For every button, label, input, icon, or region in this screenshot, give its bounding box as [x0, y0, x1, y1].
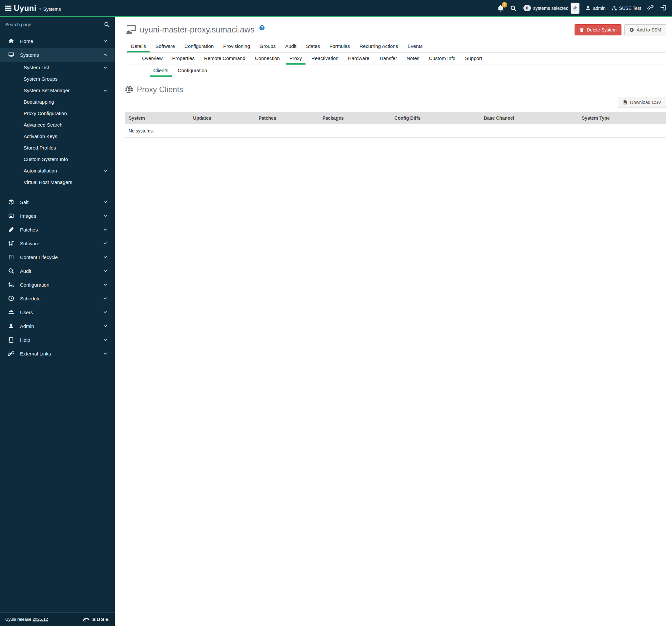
tab-overview[interactable]: Overview — [139, 53, 166, 65]
sidebar-item-activation-keys[interactable]: Activation Keys — [0, 130, 115, 142]
help-question-icon[interactable] — [259, 25, 265, 30]
sidebar-item-stored-profiles[interactable]: Stored Profiles — [0, 142, 115, 153]
sidebar-item-advanced-search[interactable]: Advanced Search — [0, 119, 115, 130]
tab-details[interactable]: Details — [127, 41, 150, 52]
sidebar-item-label: Activation Keys — [24, 133, 107, 139]
eraser-icon — [573, 6, 577, 10]
notification-count-badge: 4 — [502, 2, 507, 7]
sidebar-item-help[interactable]: Help — [0, 333, 115, 347]
user-icon — [585, 6, 591, 11]
sidebar-item-external-links[interactable]: External Links — [0, 347, 115, 360]
sidebar-item-bootstrapping[interactable]: Bootstrapping — [0, 96, 115, 107]
sidebar-item-label: System Set Manager — [24, 87, 103, 93]
chevron-down-icon — [103, 269, 107, 273]
sidebar-item-software[interactable]: Software — [0, 236, 115, 250]
sidebar-item-content-lifecycle[interactable]: Content Lifecycle — [0, 250, 115, 264]
sidebar-item-audit[interactable]: Audit — [0, 264, 115, 278]
menu-toggle-icon[interactable] — [5, 5, 12, 12]
tab-formulas[interactable]: Formulas — [326, 41, 354, 52]
delete-system-label: Delete System — [587, 27, 617, 32]
page-actions: Delete System Add to SSM — [575, 24, 666, 35]
sidebar-item-home[interactable]: Home — [0, 34, 115, 48]
sidebar-item-virtual-host-managers[interactable]: Virtual Host Managers — [0, 176, 115, 188]
column-header-config-diffs[interactable]: Config Diffs — [390, 112, 480, 124]
add-to-ssm-button[interactable]: Add to SSM — [624, 24, 666, 35]
tab-configuration[interactable]: Configuration — [181, 41, 217, 52]
tab-transfer[interactable]: Transfer — [375, 53, 401, 65]
tab-reactivation[interactable]: Reactivation — [308, 53, 342, 65]
column-header-system-type[interactable]: System Type — [578, 112, 666, 124]
notifications-button[interactable]: 4 — [497, 5, 504, 12]
clear-ssm-button[interactable] — [571, 3, 579, 14]
tab-notes[interactable]: Notes — [403, 53, 423, 65]
sidebar-item-label: External Links — [20, 351, 103, 356]
sidebar-item-label: Salt — [20, 199, 103, 205]
ssm-counter-group[interactable]: 0 systems selected — [523, 3, 580, 14]
tab-hardware[interactable]: Hardware — [344, 53, 373, 65]
column-header-updates[interactable]: Updates — [189, 112, 255, 124]
chevron-up-icon — [103, 52, 107, 57]
sidebar-item-label: Stored Profiles — [24, 145, 107, 151]
bandage-icon — [8, 227, 14, 232]
brand-group[interactable]: Uyuni — [5, 4, 37, 13]
tab-properties[interactable]: Properties — [169, 53, 198, 65]
tab-recurring-actions[interactable]: Recurring Actions — [356, 41, 402, 52]
book-icon — [8, 337, 14, 343]
title-group: uyuni-master-proxy.sumaci.aws — [125, 24, 265, 35]
sidebar-item-images[interactable]: Images — [0, 209, 115, 223]
column-header-system[interactable]: System — [125, 112, 189, 124]
sidebar-search-input[interactable] — [5, 22, 104, 27]
breadcrumb[interactable]: Systems — [43, 6, 61, 12]
sidebar-item-configuration[interactable]: Configuration — [0, 278, 115, 292]
download-csv-button[interactable]: Download CSV — [618, 97, 666, 108]
chevron-down-icon — [103, 310, 107, 315]
sidebar-item-label: Custom System Info — [24, 156, 107, 162]
sidebar-item-custom-system-info[interactable]: Custom System Info — [0, 153, 115, 165]
users-icon — [8, 309, 14, 315]
topbar-actions: 4 0 systems selected admin SUSE Test — [497, 3, 667, 14]
tab-custom-info[interactable]: Custom Info — [425, 53, 459, 65]
global-search-button[interactable] — [510, 5, 518, 12]
tab-clients[interactable]: Clients — [150, 65, 172, 77]
user-menu[interactable]: admin — [585, 6, 605, 11]
delete-system-button[interactable]: Delete System — [575, 24, 622, 35]
sidebar-item-label: System Groups — [24, 76, 107, 82]
sidebar-item-label: Software — [20, 241, 103, 246]
sidebar-item-system-list[interactable]: System List — [0, 61, 115, 73]
tab-events[interactable]: Events — [404, 41, 426, 52]
app-logo-text[interactable]: Uyuni — [14, 4, 37, 13]
tab-proxy-configuration[interactable]: Configuration — [174, 65, 211, 77]
section-header: Proxy Clients — [125, 85, 666, 94]
tab-states[interactable]: States — [302, 41, 323, 52]
sidebar-item-schedule[interactable]: Schedule — [0, 292, 115, 305]
tab-support[interactable]: Support — [461, 53, 486, 65]
column-header-base-channel[interactable]: Base Channel — [480, 112, 578, 124]
add-to-ssm-label: Add to SSM — [637, 27, 661, 32]
tab-proxy[interactable]: Proxy — [286, 53, 306, 65]
sidebar-footer: Uyuni release 2025.12 SUSE — [0, 612, 115, 626]
tab-remote-command[interactable]: Remote Command — [200, 53, 249, 65]
sidebar-item-system-set-manager[interactable]: System Set Manager — [0, 84, 115, 96]
column-header-packages[interactable]: Packages — [319, 112, 390, 124]
tab-groups[interactable]: Groups — [256, 41, 279, 52]
sidebar-item-systems[interactable]: Systems — [0, 48, 115, 61]
tab-provisioning[interactable]: Provisioning — [219, 41, 254, 52]
tab-connection[interactable]: Connection — [251, 53, 284, 65]
tab-audit[interactable]: Audit — [282, 41, 300, 52]
preferences-button[interactable] — [647, 5, 654, 12]
sidebar-item-system-groups[interactable]: System Groups — [0, 73, 115, 84]
sidebar-item-patches[interactable]: Patches — [0, 223, 115, 236]
column-header-patches[interactable]: Patches — [255, 112, 319, 124]
search-icon[interactable] — [104, 22, 110, 27]
sidebar-item-autoinstallation[interactable]: Autoinstallation — [0, 165, 115, 176]
organization-menu[interactable]: SUSE Test — [611, 6, 641, 11]
sidebar-item-salt[interactable]: Salt — [0, 195, 115, 209]
release-version-link[interactable]: 2025.12 — [32, 617, 48, 622]
sign-out-button[interactable] — [660, 5, 667, 12]
sidebar-item-proxy-configuration[interactable]: Proxy Configuration — [0, 107, 115, 119]
sidebar-item-admin[interactable]: Admin — [0, 319, 115, 333]
sidebar-nav: Home Systems System List System Groups S… — [0, 32, 115, 612]
table-header-row: System Updates Patches Packages Config D… — [125, 112, 666, 124]
sidebar-item-users[interactable]: Users — [0, 305, 115, 319]
tab-software[interactable]: Software — [152, 41, 178, 52]
